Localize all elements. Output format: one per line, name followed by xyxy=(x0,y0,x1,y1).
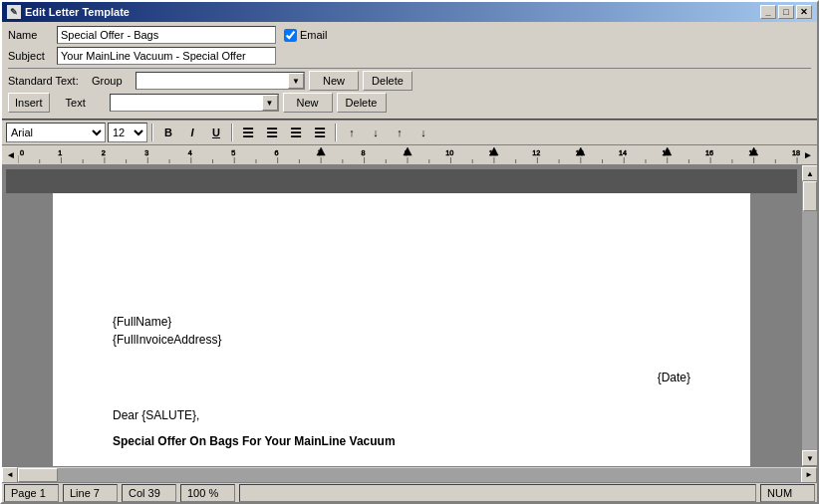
status-bar: Page 1 Line 7 Col 39 100 % NUM xyxy=(2,482,817,502)
empty-status xyxy=(239,484,756,502)
subject-row: Subject xyxy=(8,47,811,65)
size-combo-wrapper: 12 xyxy=(108,123,147,142)
scroll-track[interactable] xyxy=(802,181,817,450)
ruler-right-arrow[interactable]: ► xyxy=(801,149,815,160)
bold-button[interactable]: B xyxy=(157,123,179,142)
page-header-band xyxy=(6,169,797,193)
form-area: Name Email Subject Standard Text: Group … xyxy=(2,22,817,119)
ruler-container: ◄ 0 1 2 3 4 5 xyxy=(2,145,817,165)
horizontal-scrollbar: ◄ ► xyxy=(2,466,817,482)
heading-text: Special Offer On Bags For Your MainLine … xyxy=(113,432,690,450)
title-bar-left: ✎ Edit Letter Template xyxy=(7,5,130,19)
address-field: {FullInvoiceAddress} xyxy=(113,331,690,349)
group-select[interactable] xyxy=(136,72,305,90)
scroll-thumb[interactable] xyxy=(803,181,817,211)
mid-spacing xyxy=(113,349,690,369)
group-combo-wrapper: ▼ xyxy=(136,72,305,90)
svg-text:0: 0 xyxy=(20,149,24,157)
after-salute-spacing xyxy=(113,424,690,432)
underline-button[interactable]: U xyxy=(205,123,227,142)
svg-text:2: 2 xyxy=(102,149,106,157)
main-content: {FullName} {FullInvoiceAddress} {Date} D… xyxy=(2,165,817,466)
salute-field: Dear {SALUTE}, xyxy=(113,406,690,424)
num-status: NUM xyxy=(760,484,815,502)
top-spacing xyxy=(113,233,690,313)
svg-text:8: 8 xyxy=(361,149,365,157)
scroll-down-button[interactable]: ▼ xyxy=(802,450,817,466)
ruler: 0 1 2 3 4 5 6 7 8 xyxy=(18,147,801,163)
group-label: Group xyxy=(92,75,132,87)
svg-text:18: 18 xyxy=(792,149,800,157)
title-controls: _ □ ✕ xyxy=(760,5,812,19)
line-status: Line 7 xyxy=(63,484,118,502)
italic-button[interactable]: I xyxy=(181,123,203,142)
svg-text:6: 6 xyxy=(274,149,278,157)
group-delete-button[interactable]: Delete xyxy=(363,71,412,91)
text-delete-button[interactable]: Delete xyxy=(337,93,387,113)
vertical-scrollbar: ▲ ▼ xyxy=(801,165,817,466)
zoom-status: 100 % xyxy=(180,484,235,502)
document-page[interactable]: {FullName} {FullInvoiceAddress} {Date} D… xyxy=(53,193,750,466)
name-label: Name xyxy=(8,29,53,41)
close-button[interactable]: ✕ xyxy=(796,5,812,19)
text-label: Text xyxy=(66,97,106,109)
email-checkbox-label: Email xyxy=(284,29,328,42)
window-icon: ✎ xyxy=(7,5,21,19)
window-title: Edit Letter Template xyxy=(25,6,130,18)
toolbar-separator-3 xyxy=(335,124,337,141)
h-scroll-left-button[interactable]: ◄ xyxy=(2,467,18,483)
standard-text-label: Standard Text: xyxy=(8,75,88,87)
text-select[interactable] xyxy=(110,94,279,112)
ruler-left-arrow[interactable]: ◄ xyxy=(4,149,18,160)
group-new-button[interactable]: New xyxy=(309,71,359,91)
col-status: Col 39 xyxy=(122,484,176,502)
indent-btn-2[interactable]: ↓ xyxy=(365,123,387,142)
svg-text:14: 14 xyxy=(619,149,627,157)
font-combo-wrapper: Arial xyxy=(6,123,106,142)
name-input[interactable] xyxy=(57,26,276,44)
fullname-field: {FullName} xyxy=(113,313,690,331)
indent-btn-1[interactable]: ↑ xyxy=(341,123,363,142)
svg-text:3: 3 xyxy=(144,149,148,157)
svg-text:5: 5 xyxy=(231,149,235,157)
svg-text:16: 16 xyxy=(705,149,713,157)
minimize-button[interactable]: _ xyxy=(760,5,776,19)
h-scroll-right-button[interactable]: ► xyxy=(801,467,817,483)
ruler-svg: 0 1 2 3 4 5 6 7 8 xyxy=(18,147,801,163)
name-row: Name Email xyxy=(8,26,811,44)
svg-text:4: 4 xyxy=(188,149,192,157)
insert-button[interactable]: Insert xyxy=(8,93,50,113)
indent-btn-4[interactable]: ↓ xyxy=(412,123,434,142)
formatting-toolbar: Arial 12 B I U ☰ ☰ ☰ ☰ ↑ ↓ ↑ ↓ xyxy=(2,121,817,145)
scroll-up-button[interactable]: ▲ xyxy=(802,165,817,181)
svg-text:10: 10 xyxy=(445,149,453,157)
pre-salute-spacing xyxy=(113,386,690,406)
page-status: Page 1 xyxy=(4,484,59,502)
editor-area[interactable]: {FullName} {FullInvoiceAddress} {Date} D… xyxy=(2,165,801,466)
subject-input[interactable] xyxy=(57,47,276,65)
maximize-button[interactable]: □ xyxy=(778,5,794,19)
standard-text-text-row: Insert Text ▼ New Delete xyxy=(8,93,811,113)
toolbar-separator-2 xyxy=(231,124,233,141)
svg-text:1: 1 xyxy=(58,149,62,157)
subject-label: Subject xyxy=(8,50,53,62)
main-window: ✎ Edit Letter Template _ □ ✕ Name Email … xyxy=(0,0,819,504)
justify-button[interactable]: ☰ xyxy=(309,123,331,142)
text-new-button[interactable]: New xyxy=(283,93,333,113)
h-scroll-track[interactable] xyxy=(18,468,801,482)
indent-btn-3[interactable]: ↑ xyxy=(389,123,410,142)
standard-text-group-row: Standard Text: Group ▼ New Delete xyxy=(8,71,811,91)
h-scroll-thumb[interactable] xyxy=(18,468,58,482)
align-left-button[interactable]: ☰ xyxy=(237,123,259,142)
date-field: {Date} xyxy=(113,369,690,386)
text-combo-wrapper: ▼ xyxy=(110,94,279,112)
toolbar-separator-1 xyxy=(151,124,153,141)
title-bar: ✎ Edit Letter Template _ □ ✕ xyxy=(2,2,817,22)
align-right-button[interactable]: ☰ xyxy=(285,123,307,142)
align-center-button[interactable]: ☰ xyxy=(261,123,283,142)
size-select[interactable]: 12 xyxy=(108,123,147,142)
email-checkbox[interactable] xyxy=(284,29,297,42)
svg-text:12: 12 xyxy=(532,149,540,157)
font-select[interactable]: Arial xyxy=(6,123,106,142)
